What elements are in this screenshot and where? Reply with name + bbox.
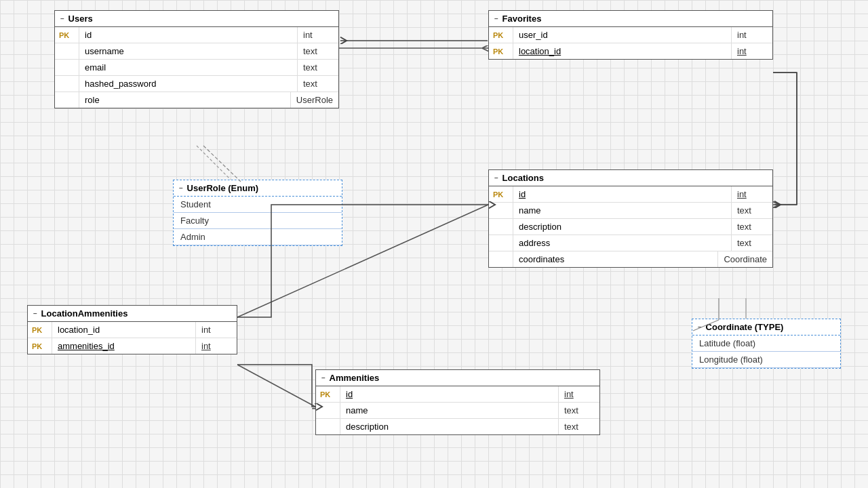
field-type: int [732,27,772,43]
table-row: email text [55,60,338,76]
pk-label [55,43,79,59]
userrole-enum-header: – UserRole (Enum) [174,180,342,197]
field-name: name [513,203,732,218]
table-row: PK location_id int [28,322,237,338]
table-row: name text [489,203,772,219]
table-row: PK id int [489,186,772,203]
enum-row: Admin [174,229,342,245]
enum-row: Faculty [174,213,342,229]
field-name: id [513,186,732,202]
locations-table: – Locations PK id int name text descript… [488,169,773,268]
field-type: text [298,76,338,92]
pk-label [55,92,79,108]
collapse-icon[interactable]: – [60,15,64,22]
coordinate-type-header: – Coordinate (TYPE) [692,319,840,336]
pk-label [489,251,513,267]
table-row: description text [316,419,599,434]
field-name: coordinates [513,251,718,267]
table-row: PK location_id int [489,43,772,59]
collapse-icon[interactable]: – [33,310,37,317]
pk-label: PK [489,186,513,202]
field-name: user_id [513,27,732,43]
enum-value: Longitude (float) [692,352,770,367]
locations-table-header: – Locations [489,170,772,186]
field-type: UserRole [291,92,338,108]
coordinate-title: Coordinate (TYPE) [706,322,784,332]
enum-value: Admin [174,229,212,245]
field-name: email [79,60,298,75]
userrole-title: UserRole (Enum) [187,183,258,193]
userrole-enum-table: – UserRole (Enum) Student Faculty Admin [173,180,342,246]
pk-label: PK [489,43,513,59]
favorites-title: Favorites [502,14,542,24]
field-type: int [196,322,237,338]
favorites-table: – Favorites PK user_id int PK location_i… [488,10,773,60]
field-name: description [340,419,559,434]
enum-value: Latitude (float) [692,336,762,351]
field-type: text [732,219,772,235]
location-ammenities-header: – LocationAmmenities [28,306,237,322]
location-ammenities-table: – LocationAmmenities PK location_id int … [27,305,237,354]
table-row: PK ammenities_id int [28,338,237,354]
field-type: text [298,43,338,59]
table-row: address text [489,235,772,251]
field-name: role [79,92,291,108]
users-table: – Users PK id int username text email te… [54,10,339,108]
field-type: text [559,403,599,418]
location-ammenities-title: LocationAmmenities [41,308,128,319]
field-type: text [732,235,772,251]
table-row: name text [316,403,599,419]
svg-line-7 [237,365,315,407]
field-name: username [79,43,298,59]
pk-label [55,60,79,75]
collapse-icon[interactable]: – [321,374,326,382]
pk-label: PK [489,27,513,43]
table-row: role UserRole [55,92,338,108]
enum-row: Longitude (float) [692,352,840,368]
pk-label [55,76,79,92]
pk-label [489,203,513,218]
enum-value: Student [174,197,218,212]
users-table-header: – Users [55,11,338,27]
pk-label [489,219,513,235]
table-row: PK id int [55,27,338,43]
field-name: description [513,219,732,235]
table-row: description text [489,219,772,235]
field-type: text [732,203,772,218]
ammenities-table-header: – Ammenities [316,370,599,386]
field-type: int [732,43,772,59]
collapse-icon[interactable]: – [179,184,183,192]
locations-title: Locations [502,173,544,183]
field-type: int [732,186,772,202]
enum-row: Latitude (float) [692,336,840,352]
collapse-icon[interactable]: – [494,174,498,182]
field-type: text [559,419,599,434]
table-row: PK id int [316,386,599,403]
ammenities-table: – Ammenities PK id int name text descrip… [315,369,600,435]
table-row: username text [55,43,338,60]
favorites-table-header: – Favorites [489,11,772,27]
field-name: location_id [52,322,196,338]
field-name: address [513,235,732,251]
field-type: Coordinate [718,251,772,267]
collapse-icon[interactable]: – [698,323,702,331]
collapse-icon[interactable]: – [494,15,498,22]
ammenities-title: Ammenities [330,373,380,383]
field-name: id [340,386,559,402]
pk-label [489,235,513,251]
field-name: name [340,403,559,418]
field-type: int [559,386,599,402]
field-name: location_id [513,43,732,59]
pk-label [316,403,340,418]
field-type: text [298,60,338,75]
pk-label: PK [28,338,52,354]
coordinate-type-table: – Coordinate (TYPE) Latitude (float) Lon… [692,319,841,369]
table-row: hashed_password text [55,76,338,92]
enum-value: Faculty [174,213,216,228]
pk-label: PK [55,27,79,43]
field-type: int [298,27,338,43]
field-type: int [196,338,237,354]
field-name: ammenities_id [52,338,196,354]
table-row: coordinates Coordinate [489,251,772,267]
users-title: Users [68,14,93,24]
